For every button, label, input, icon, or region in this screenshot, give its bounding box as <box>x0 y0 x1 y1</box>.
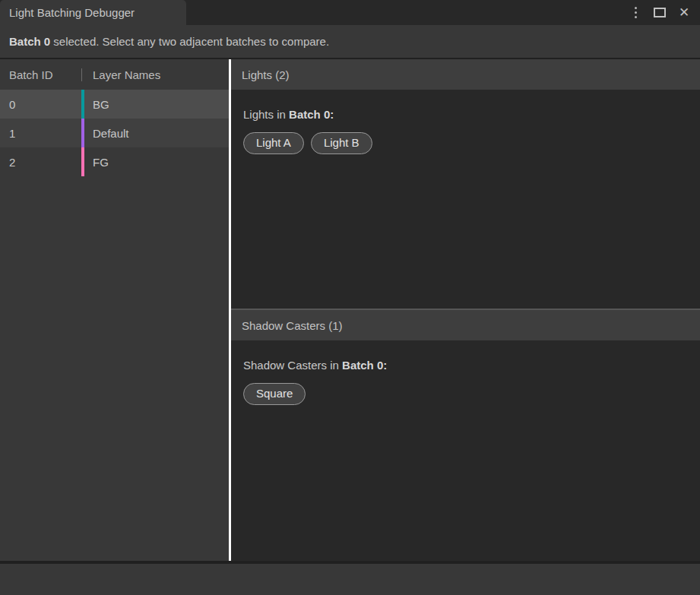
tab-light-batching-debugger[interactable]: Light Batching Debugger <box>0 0 186 25</box>
shadow-casters-section-body: Shadow Casters in Batch 0: Square <box>231 340 700 561</box>
batch-id-cell: 2 <box>0 147 81 176</box>
batch-id-cell: 0 <box>0 90 81 119</box>
layer-name-cell: BG <box>84 90 109 119</box>
shadow-casters-pill-list: Square <box>243 383 700 405</box>
batch-row-1[interactable]: 1 Default <box>0 119 229 147</box>
batch-id-cell: 1 <box>0 119 81 147</box>
tab-bar-spacer <box>186 0 629 25</box>
batch-table-header: Batch ID Layer Names <box>0 59 229 90</box>
lights-pill-list: Light A Light B <box>243 132 700 154</box>
bottom-status-bar <box>0 564 700 595</box>
window-tab-bar: Light Batching Debugger ✕ <box>0 0 700 25</box>
shadow-casters-section-header: Shadow Casters (1) <box>231 309 700 340</box>
close-icon[interactable]: ✕ <box>677 6 691 20</box>
light-batching-debugger-window: Light Batching Debugger ✕ Batch 0 select… <box>0 0 700 595</box>
light-pill-a[interactable]: Light A <box>243 132 304 154</box>
maximize-icon[interactable] <box>653 6 667 20</box>
status-batch-label: Batch 0 <box>9 35 50 48</box>
lights-section-body: Lights in Batch 0: Light A Light B <box>231 90 700 309</box>
column-divider <box>81 68 82 81</box>
column-header-layer-names: Layer Names <box>93 68 160 81</box>
batch-details-panel: Lights (2) Lights in Batch 0: Light A Li… <box>231 59 700 561</box>
window-controls: ✕ <box>629 0 700 25</box>
main-split-view: Batch ID Layer Names 0 BG 1 Default 2 FG <box>0 59 700 561</box>
light-pill-b[interactable]: Light B <box>311 132 372 154</box>
batch-list-panel: Batch ID Layer Names 0 BG 1 Default 2 FG <box>0 59 229 561</box>
status-message-text: selected. Select any two adjacent batche… <box>50 35 329 48</box>
lights-in-batch-label: Lights in Batch 0: <box>243 108 700 121</box>
column-header-batch-id: Batch ID <box>0 68 81 81</box>
shadow-caster-pill-square[interactable]: Square <box>243 383 306 405</box>
layer-name-cell: FG <box>84 147 109 176</box>
kebab-menu-icon[interactable] <box>629 6 642 20</box>
batch-row-0[interactable]: 0 BG <box>0 90 229 119</box>
layer-name-cell: Default <box>84 119 129 147</box>
batch-row-2[interactable]: 2 FG <box>0 147 229 176</box>
lights-section-header: Lights (2) <box>231 59 700 90</box>
shadow-casters-in-batch-label: Shadow Casters in Batch 0: <box>243 359 700 372</box>
batch-status-message: Batch 0 selected. Select any two adjacen… <box>0 25 700 59</box>
